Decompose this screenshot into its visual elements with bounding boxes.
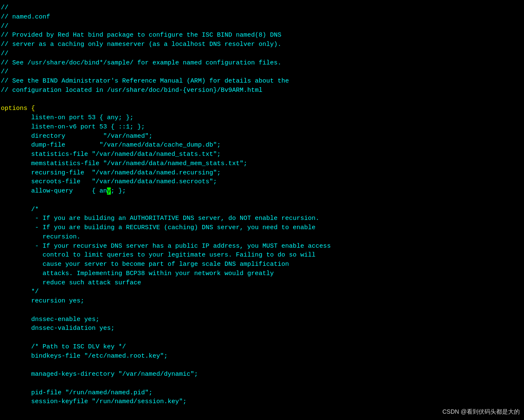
code-line: - If you are building an AUTHORITATIVE D… <box>0 214 524 223</box>
code-line: - If you are building a RECURSIVE (cachi… <box>0 223 524 233</box>
code-line: bindkeys-file "/etc/named.root.key"; <box>0 352 524 361</box>
code-line: session-keyfile "/run/named/session.key"… <box>0 397 524 407</box>
code-line <box>0 306 524 315</box>
code-line: // See the BIND Administrator's Referenc… <box>0 77 524 86</box>
watermark: CSDN @看到伏码头都是大的 <box>442 408 520 416</box>
code-line: directory "/var/named"; <box>0 132 524 141</box>
code-line: attacks. Implementing BCP38 within your … <box>0 269 524 278</box>
code-line: recursing-file "/var/named/data/named.re… <box>0 169 524 178</box>
code-line: dnssec-validation yes; <box>0 324 524 333</box>
code-line: recursion yes; <box>0 297 524 306</box>
code-line: // configuration located in /usr/share/d… <box>0 86 524 95</box>
code-line: listen-on port 53 { any; }; <box>0 113 524 123</box>
code-line: reduce such attack surface <box>0 278 524 288</box>
code-line <box>0 196 524 205</box>
code-line <box>0 379 524 388</box>
code-line: // named.conf <box>0 13 524 22</box>
code-line: dnssec-enable yes; <box>0 315 524 324</box>
code-line: cause your server to become part of larg… <box>0 260 524 269</box>
code-line: /* Path to ISC DLV key */ <box>0 342 524 352</box>
code-line: control to limit queries to your legitim… <box>0 251 524 260</box>
code-line: listen-on-v6 port 53 { ::1; }; <box>0 123 524 132</box>
code-line <box>0 333 524 342</box>
code-line: memstatistics-file "/var/named/data/name… <box>0 159 524 169</box>
code-line: recursion. <box>0 233 524 242</box>
code-line: // <box>0 22 524 31</box>
code-line: // server as a caching only nameserver (… <box>0 40 524 49</box>
code-line <box>0 95 524 104</box>
code-line: // <box>0 3 524 13</box>
code-line <box>0 361 524 370</box>
code-line: dump-file "/var/named/data/cache_dump.db… <box>0 141 524 150</box>
code-line: pid-file "/run/named/named.pid"; <box>0 388 524 398</box>
code-line: */ <box>0 287 524 297</box>
code-line: /* <box>0 205 524 214</box>
code-line: // <box>0 67 524 77</box>
code-editor: //// named.conf//// Provided by Red Hat … <box>0 0 524 410</box>
code-line: // <box>0 49 524 59</box>
code-line: // See /usr/share/doc/bind*/sample/ for … <box>0 59 524 68</box>
code-line: secroots-file "/var/named/data/named.sec… <box>0 177 524 187</box>
code-line: statistics-file "/var/named/data/named_s… <box>0 150 524 159</box>
code-line: // Provided by Red Hat bind package to c… <box>0 31 524 40</box>
code-line: - If your recursive DNS server has a pub… <box>0 242 524 251</box>
code-line: options { <box>0 104 524 113</box>
code-line: managed-keys-directory "/var/named/dynam… <box>0 370 524 379</box>
code-line: allow-query { any; }; <box>0 187 524 196</box>
